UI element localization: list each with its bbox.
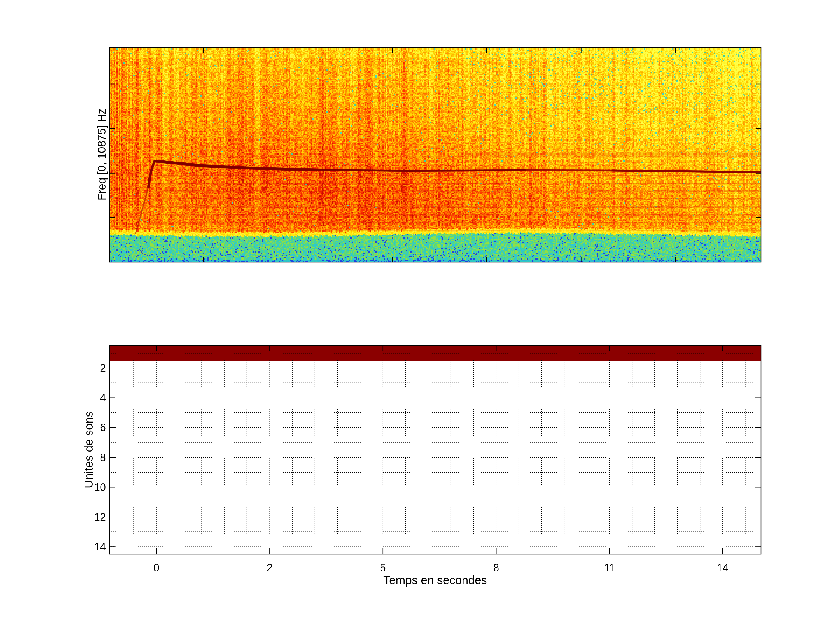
x-tick-label: 11 — [604, 562, 615, 574]
x-tick-label: 5 — [380, 562, 386, 574]
x-tick-label: 14 — [717, 562, 729, 574]
axes-overlay: Freq [0, 10875] Hz Unites de sons Temps … — [0, 0, 840, 630]
y-tick-label: 12 — [94, 511, 106, 523]
figure-canvas: Freq [0, 10875] Hz Unites de sons Temps … — [0, 0, 840, 630]
time-axis-label: Temps en secondes — [383, 574, 487, 587]
y-tick-label: 6 — [100, 422, 106, 433]
y-tick-label: 2 — [100, 362, 106, 374]
sound-units-plot-area — [109, 346, 761, 554]
y-tick-label: 10 — [94, 481, 106, 493]
sound-units-axis-label: Unites de sons — [82, 411, 95, 488]
y-tick-label: 8 — [100, 452, 106, 463]
x-tick-label: 2 — [267, 562, 272, 574]
spectrogram-border — [109, 47, 761, 262]
y-tick-label: 4 — [100, 392, 106, 404]
y-tick-label: 14 — [94, 541, 106, 553]
freq-axis-label: Freq [0, 10875] Hz — [96, 109, 108, 201]
x-tick-label: 0 — [153, 562, 159, 574]
x-tick-label: 8 — [493, 562, 499, 574]
